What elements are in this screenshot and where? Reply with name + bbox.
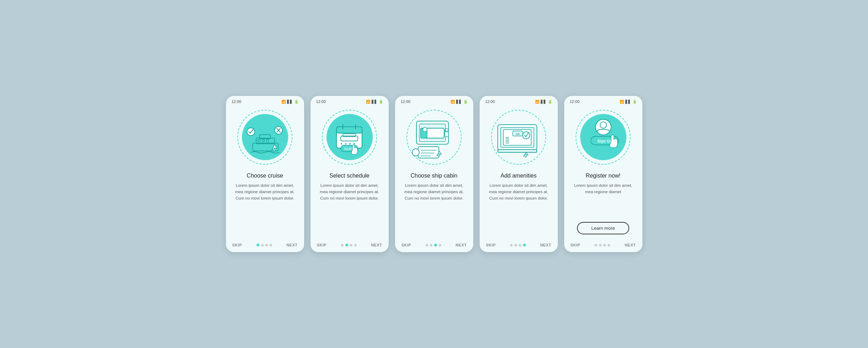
dot-3-3 xyxy=(434,244,437,246)
svg-point-17 xyxy=(349,143,351,145)
skip-btn-3[interactable]: SKIP xyxy=(401,243,411,247)
dots-2 xyxy=(341,244,357,246)
cabin-icon xyxy=(409,112,459,162)
dots-5 xyxy=(595,244,610,246)
dot-1-4 xyxy=(270,244,272,246)
title-select-schedule: Select schedule xyxy=(317,173,382,179)
status-icons-3: 📶 ▋▋ 🔋 xyxy=(451,100,468,104)
dot-5-2 xyxy=(599,244,602,246)
illustration-cruise xyxy=(226,105,304,169)
dot-3-2 xyxy=(430,244,432,246)
next-btn-4[interactable]: NEXT xyxy=(540,243,551,247)
dot-2-2 xyxy=(345,244,348,246)
dot-2-3 xyxy=(350,244,352,246)
body-choose-cruise: Lorem ipsum dolor sit dim amet, mea regi… xyxy=(232,183,298,235)
time-4: 12:00 xyxy=(485,99,495,104)
schedule-icon: CLiCK xyxy=(327,114,373,160)
wifi-icon-2: 📶 xyxy=(366,100,370,104)
wifi-icon-4: 📶 xyxy=(535,100,539,104)
svg-rect-3 xyxy=(258,140,260,142)
svg-text::18:: :18: xyxy=(515,132,520,136)
skip-btn-2[interactable]: SKIP xyxy=(317,243,327,247)
status-bar-5: 12:00 📶 ▋▋ 🔋 xyxy=(564,96,642,105)
dot-5-4 xyxy=(608,244,610,246)
status-icons-4: 📶 ▋▋ 🔋 xyxy=(535,100,552,104)
time-1: 12:00 xyxy=(232,99,242,104)
status-icons-1: 📶 ▋▋ 🔋 xyxy=(281,100,298,104)
signal-icon-3: ▋▋ xyxy=(456,100,462,104)
skip-btn-4[interactable]: SKIP xyxy=(486,243,496,247)
time-5: 12:00 xyxy=(570,99,580,104)
next-btn-3[interactable]: NEXT xyxy=(455,243,467,247)
bottom-nav-4: SKIP NEXT xyxy=(480,239,558,252)
next-btn-5[interactable]: NEXT xyxy=(625,243,636,247)
battery-icon-5: 🔋 xyxy=(632,100,637,104)
status-bar-1: 12:00 📶 ▋▋ 🔋 xyxy=(226,96,304,105)
next-btn-2[interactable]: NEXT xyxy=(371,243,382,247)
svg-marker-8 xyxy=(271,144,276,152)
screen-content-3: Choose ship cabin Lorem ipsum dolor sit … xyxy=(395,169,473,239)
next-btn-1[interactable]: NEXT xyxy=(286,243,297,247)
bottom-nav-2: SKIP NEXT xyxy=(311,239,389,252)
svg-marker-46 xyxy=(523,152,528,157)
svg-rect-35 xyxy=(498,149,537,152)
bottom-nav-1: SKIP NEXT xyxy=(226,239,304,252)
dots-1 xyxy=(257,244,272,246)
dot-2-4 xyxy=(354,244,357,246)
svg-point-16 xyxy=(345,143,346,145)
title-register: Register now! xyxy=(571,173,636,179)
skip-btn-5[interactable]: SKIP xyxy=(571,243,581,247)
svg-point-25 xyxy=(423,127,427,132)
body-choose-cabin: Lorem ipsum dolor sit dim amet, mea regi… xyxy=(401,183,467,235)
dot-4-2 xyxy=(514,244,517,246)
signal-icon: ▋▋ xyxy=(287,100,293,104)
screen-content-2: Select schedule Lorem ipsum dolor sit di… xyxy=(311,169,389,239)
wifi-icon-5: 📶 xyxy=(620,100,624,104)
screen-choose-cabin: 12:00 📶 ▋▋ 🔋 xyxy=(395,96,473,252)
screen-content-5: Register now! Lorem ipsum dolor sit dim … xyxy=(564,169,642,239)
svg-rect-4 xyxy=(262,140,264,142)
dot-4-1 xyxy=(510,244,513,246)
illustration-schedule: CLiCK xyxy=(311,105,389,169)
battery-icon: 🔋 xyxy=(294,100,298,104)
screen-register: 12:00 📶 ▋▋ 🔋 Sign Up xyxy=(564,96,642,252)
svg-point-18 xyxy=(354,143,355,145)
battery-icon-2: 🔋 xyxy=(379,100,383,104)
learn-more-button[interactable]: Learn more xyxy=(577,222,629,234)
signal-icon-5: ▋▋ xyxy=(625,100,631,104)
dot-5-1 xyxy=(595,244,597,246)
svg-point-32 xyxy=(412,149,419,156)
battery-icon-3: 🔋 xyxy=(463,100,468,104)
dot-5-3 xyxy=(603,244,606,246)
body-select-schedule: Lorem ipsum dolor sit dim amet, mea regi… xyxy=(317,183,382,235)
status-icons-2: 📶 ▋▋ 🔋 xyxy=(366,100,383,104)
svg-point-15 xyxy=(341,143,342,145)
svg-text:Sign Up: Sign Up xyxy=(597,139,612,143)
time-2: 12:00 xyxy=(316,99,326,104)
dot-2-1 xyxy=(341,244,344,246)
dot-4-3 xyxy=(519,244,521,246)
dot-1-3 xyxy=(265,244,268,246)
status-icons-5: 📶 ▋▋ 🔋 xyxy=(620,100,637,104)
body-add-amenities: Lorem ipsum dolor sit dim amet, mea regi… xyxy=(486,183,551,235)
screen-select-schedule: 12:00 📶 ▋▋ 🔋 xyxy=(311,96,389,252)
illustration-register: Sign Up xyxy=(564,105,642,169)
dot-4-4 xyxy=(523,244,526,246)
body-register: Lorem ipsum dolor sit dim amet, mea regi… xyxy=(571,183,636,218)
dots-3 xyxy=(426,244,441,246)
screen-content-1: Choose cruise Lorem ipsum dolor sit dim … xyxy=(226,169,304,239)
wifi-icon-3: 📶 xyxy=(451,100,455,104)
svg-rect-28 xyxy=(418,147,439,158)
screen-add-amenities: 12:00 📶 ▋▋ 🔋 :18: xyxy=(480,96,558,252)
register-icon: Sign Up xyxy=(578,112,628,162)
skip-btn-1[interactable]: SKIP xyxy=(232,243,242,247)
dots-4 xyxy=(510,244,526,246)
illustration-cabin xyxy=(395,105,473,169)
wifi-icon: 📶 xyxy=(281,100,286,104)
dot-1-2 xyxy=(261,244,264,246)
status-bar-4: 12:00 📶 ▋▋ 🔋 xyxy=(480,96,558,105)
dot-1-1 xyxy=(257,244,259,246)
illustration-amenities: :18: xyxy=(480,105,558,169)
amenities-icon: :18: xyxy=(492,112,545,162)
svg-rect-10 xyxy=(336,127,362,133)
